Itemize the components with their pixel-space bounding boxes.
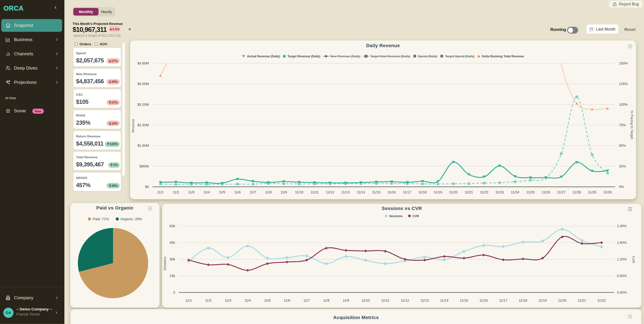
svg-text:50%: 50% — [619, 144, 626, 148]
svg-text:11/12: 11/12 — [326, 190, 334, 194]
svg-text:11/26: 11/26 — [542, 190, 550, 194]
svg-text:11/16: 11/16 — [388, 190, 396, 194]
svg-text:$2.40M: $2.40M — [138, 123, 149, 127]
svg-text:11/22: 11/22 — [597, 298, 606, 302]
svg-text:Revenue: Revenue — [131, 119, 135, 132]
svg-text:11/24: 11/24 — [511, 190, 519, 194]
svg-text:11/30: 11/30 — [604, 190, 612, 194]
svg-text:$3.20M: $3.20M — [138, 103, 149, 106]
svg-text:1.80%: 1.80% — [617, 241, 626, 244]
svg-text:11/15: 11/15 — [460, 298, 468, 302]
svg-text:11/13: 11/13 — [420, 298, 429, 302]
svg-text:11/1: 11/1 — [157, 190, 164, 194]
svg-text:11/8: 11/8 — [265, 190, 272, 194]
svg-text:11/9: 11/9 — [280, 190, 287, 194]
svg-text:45k: 45k — [170, 241, 175, 244]
svg-text:75%: 75% — [619, 123, 626, 127]
svg-text:11/11: 11/11 — [310, 190, 319, 194]
svg-text:11/5: 11/5 — [264, 298, 270, 302]
svg-text:11/18: 11/18 — [519, 298, 527, 302]
svg-text:25%: 25% — [619, 164, 626, 168]
svg-text:$1.60M: $1.60M — [138, 144, 149, 148]
svg-text:11/22: 11/22 — [480, 190, 488, 194]
svg-text:11/7: 11/7 — [250, 190, 256, 194]
svg-text:11/29: 11/29 — [588, 190, 596, 194]
svg-text:$800k: $800k — [140, 164, 149, 168]
svg-text:11/28: 11/28 — [572, 190, 581, 194]
svg-text:11/6: 11/6 — [234, 190, 241, 194]
svg-text:11/2: 11/2 — [205, 298, 212, 302]
svg-text:11/13: 11/13 — [341, 190, 350, 194]
svg-text:11/16: 11/16 — [480, 298, 488, 302]
svg-text:11/4: 11/4 — [244, 298, 251, 302]
svg-text:11/5: 11/5 — [219, 190, 225, 194]
svg-text:$0: $0 — [145, 185, 149, 189]
svg-text:125%: 125% — [619, 82, 628, 86]
svg-text:150%: 150% — [619, 62, 628, 65]
svg-text:11/8: 11/8 — [323, 298, 330, 302]
svg-text:11/25: 11/25 — [526, 190, 534, 194]
svg-text:$4.00M: $4.00M — [138, 82, 149, 86]
svg-text:11/19: 11/19 — [538, 298, 546, 302]
svg-text:11/3: 11/3 — [225, 298, 231, 302]
svg-text:11/14: 11/14 — [440, 298, 448, 302]
svg-text:11/10: 11/10 — [295, 190, 304, 194]
svg-text:0: 0 — [173, 290, 175, 294]
svg-text:15k: 15k — [170, 274, 175, 278]
svg-text:11/10: 11/10 — [362, 298, 370, 302]
svg-text:11/12: 11/12 — [401, 298, 409, 302]
svg-text:Sessions: Sessions — [163, 256, 167, 270]
svg-text:11/20: 11/20 — [558, 298, 566, 302]
svg-text:2.40%: 2.40% — [617, 224, 626, 228]
svg-text:0.60%: 0.60% — [617, 274, 626, 278]
svg-text:11/17: 11/17 — [499, 298, 508, 302]
svg-text:11/9: 11/9 — [342, 298, 349, 302]
svg-text:11/6: 11/6 — [284, 298, 290, 302]
svg-text:11/2: 11/2 — [172, 190, 179, 194]
svg-text:30k: 30k — [170, 257, 175, 261]
svg-text:11/4: 11/4 — [204, 190, 210, 194]
svg-text:11/21: 11/21 — [578, 298, 586, 302]
svg-text:11/1: 11/1 — [186, 298, 192, 302]
svg-text:11/19: 11/19 — [434, 190, 442, 194]
svg-text:11/18: 11/18 — [418, 190, 426, 194]
svg-text:11/3: 11/3 — [188, 190, 194, 194]
svg-text:% Pacing to Target: % Pacing to Target — [630, 110, 634, 139]
svg-text:11/20: 11/20 — [449, 190, 458, 194]
svg-text:1.20%: 1.20% — [617, 257, 626, 261]
svg-text:11/7: 11/7 — [304, 298, 310, 302]
svg-text:11/11: 11/11 — [381, 298, 389, 302]
svg-text:11/17: 11/17 — [403, 190, 411, 194]
svg-text:60k: 60k — [170, 224, 175, 228]
svg-text:11/27: 11/27 — [557, 190, 566, 194]
svg-text:100%: 100% — [619, 103, 628, 106]
svg-text:0%: 0% — [619, 185, 624, 189]
svg-text:11/15: 11/15 — [372, 190, 380, 194]
svg-text:11/21: 11/21 — [465, 190, 473, 194]
svg-text:0.00%: 0.00% — [617, 290, 626, 294]
svg-text:11/23: 11/23 — [496, 190, 504, 194]
svg-text:$4.80M: $4.80M — [138, 62, 149, 65]
svg-text:CVR: CVR — [632, 256, 635, 263]
svg-text:11/14: 11/14 — [357, 190, 365, 194]
